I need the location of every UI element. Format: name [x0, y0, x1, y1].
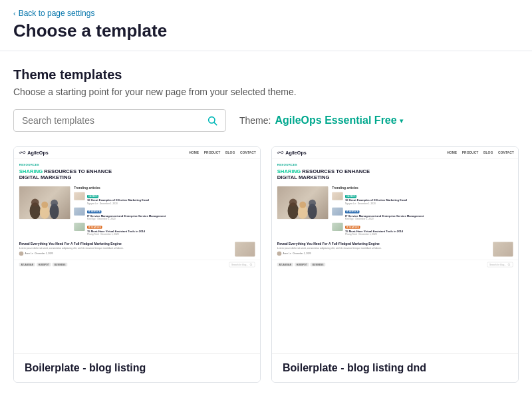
preview-logo: AgileOps [277, 150, 307, 156]
article-thumb [332, 208, 343, 216]
people-silhouette-icon [19, 194, 70, 219]
theme-label: Theme: [239, 115, 271, 126]
svg-point-7 [51, 200, 58, 207]
search-input[interactable] [22, 115, 207, 126]
preview-bottom-image [493, 242, 513, 256]
back-link[interactable]: ‹ Back to page settings [13, 9, 94, 18]
preview-logo: AgileOps [19, 150, 49, 156]
author-avatar [277, 252, 282, 256]
template-preview: AgileOps HOME PRODUCT BLOG CONTACT RESOU… [272, 147, 518, 353]
preview-bottom-section: Reveal Everything You Need For A Full-Fl… [272, 242, 518, 259]
preview-tag: BUSINESS [53, 263, 67, 267]
preview-content-area: Trending articles CAREER 10 Great Exampl… [14, 186, 260, 242]
svg-line-9 [251, 265, 252, 266]
mini-search-icon [507, 263, 510, 266]
article-item: CAREER 10 Great Examples of Effective Ma… [332, 192, 513, 205]
search-icon [207, 115, 217, 126]
svg-line-17 [509, 265, 510, 266]
template-preview: AgileOps HOME PRODUCT BLOG CONTACT RESOU… [14, 147, 260, 353]
preview-bottom-image [235, 242, 255, 256]
article-thumb [332, 192, 343, 200]
preview-tag: HUBSPOT [37, 263, 51, 267]
article-thumb [74, 223, 85, 231]
main-content: Theme templates Choose a starting point … [0, 51, 532, 396]
section-title: Theme templates [13, 67, 519, 83]
preview-bottom-section: Reveal Everything You Need For A Full-Fl… [14, 242, 260, 259]
author-avatar [19, 252, 24, 256]
agileops-logo-icon [277, 150, 284, 156]
theme-dropdown-arrow-icon: ▾ [400, 117, 403, 124]
article-badge: IT SERVICE [345, 210, 360, 213]
preview-nav: AgileOps HOME PRODUCT BLOG CONTACT [14, 147, 260, 159]
preview-search-mini: Search for blog... [229, 262, 255, 268]
theme-name-button[interactable]: AgileOps Essential Free ▾ [275, 114, 402, 126]
article-badge: CAREER [87, 195, 98, 198]
theme-selector: Theme: AgileOps Essential Free ▾ [239, 114, 403, 126]
svg-point-16 [508, 264, 510, 266]
mini-search-icon [249, 263, 252, 266]
article-badge: CAREER [345, 195, 356, 198]
top-bar: ‹ Back to page settings Choose a templat… [0, 0, 532, 51]
preview-tag: ATLASSIAN [277, 263, 293, 267]
preview-nav-links: HOME PRODUCT BLOG CONTACT [189, 151, 256, 155]
preview-hero-title: SHARING RESOURCES TO ENHANCEDIGITAL MARK… [19, 168, 255, 180]
back-link-label: Back to page settings [19, 9, 95, 18]
preview-hero: RESOURCES SHARING RESOURCES TO ENHANCEDI… [272, 159, 518, 186]
article-item: IT FEATURE 15 Must-Have Virtual Assistan… [74, 223, 255, 236]
article-item: IT SERVICE IT Service Management and Ent… [74, 208, 255, 220]
template-card[interactable]: AgileOps HOME PRODUCT BLOG CONTACT RESOU… [271, 146, 519, 383]
article-badge: IT SERVICE [87, 210, 102, 213]
preview-articles: Trending articles CAREER 10 Great Exampl… [74, 186, 255, 238]
svg-line-1 [214, 122, 217, 125]
svg-point-3 [31, 199, 39, 207]
article-thumb [332, 223, 343, 231]
agileops-logo-icon [19, 150, 26, 156]
svg-point-15 [309, 200, 316, 207]
svg-point-8 [250, 264, 252, 266]
svg-point-10 [288, 203, 299, 220]
svg-point-5 [41, 202, 48, 208]
svg-point-2 [30, 203, 41, 220]
article-thumb [74, 208, 85, 216]
preview-hero-image [277, 186, 329, 220]
preview-tag: HUBSPOT [295, 263, 309, 267]
page-title: Choose a template [13, 21, 519, 41]
svg-point-14 [308, 204, 317, 219]
template-card[interactable]: AgileOps HOME PRODUCT BLOG CONTACT RESOU… [13, 146, 261, 383]
search-theme-row: Theme: AgileOps Essential Free ▾ [13, 109, 519, 132]
svg-point-6 [50, 204, 59, 219]
preview-hero-title: SHARING RESOURCES TO ENHANCEDIGITAL MARK… [277, 168, 513, 180]
preview-tags-row: ATLASSIAN HUBSPOT BUSINESS Search for bl… [14, 260, 260, 270]
article-item: IT SERVICE IT Service Management and Ent… [332, 208, 513, 220]
preview-hero: RESOURCES SHARING RESOURCES TO ENHANCEDI… [14, 159, 260, 186]
preview-hero-image [19, 186, 70, 220]
template-name: Boilerplate - blog listing dnd [272, 353, 518, 382]
preview-nav: AgileOps HOME PRODUCT BLOG CONTACT [272, 147, 518, 159]
svg-point-11 [289, 199, 297, 207]
preview-search-mini: Search for blog... [487, 262, 513, 268]
article-thumb [74, 192, 85, 200]
templates-grid: AgileOps HOME PRODUCT BLOG CONTACT RESOU… [13, 146, 519, 383]
preview-tag: BUSINESS [311, 263, 325, 267]
article-badge: IT FEATURE [87, 226, 102, 228]
article-item: IT FEATURE 15 Must-Have Virtual Assistan… [332, 223, 513, 236]
preview-tags-row: ATLASSIAN HUBSPOT BUSINESS Search for bl… [272, 260, 518, 270]
article-item: CAREER 10 Great Examples of Effective Ma… [74, 192, 255, 205]
preview-articles: Trending articles CAREER 10 Great Exampl… [332, 186, 513, 238]
svg-point-13 [299, 202, 306, 208]
svg-point-4 [40, 206, 50, 220]
search-box[interactable] [13, 109, 226, 132]
people-silhouette-icon [277, 194, 329, 219]
search-button[interactable] [207, 115, 217, 126]
section-subtitle: Choose a starting point for your new pag… [13, 87, 519, 97]
preview-content-area: Trending articles CAREER 10 Great Exampl… [272, 186, 518, 242]
preview-nav-links: HOME PRODUCT BLOG CONTACT [447, 151, 514, 155]
svg-point-12 [298, 206, 308, 220]
article-badge: IT FEATURE [345, 226, 360, 228]
preview-tag: ATLASSIAN [19, 263, 35, 267]
template-name: Boilerplate - blog listing [14, 353, 260, 382]
back-chevron-icon: ‹ [13, 9, 16, 17]
